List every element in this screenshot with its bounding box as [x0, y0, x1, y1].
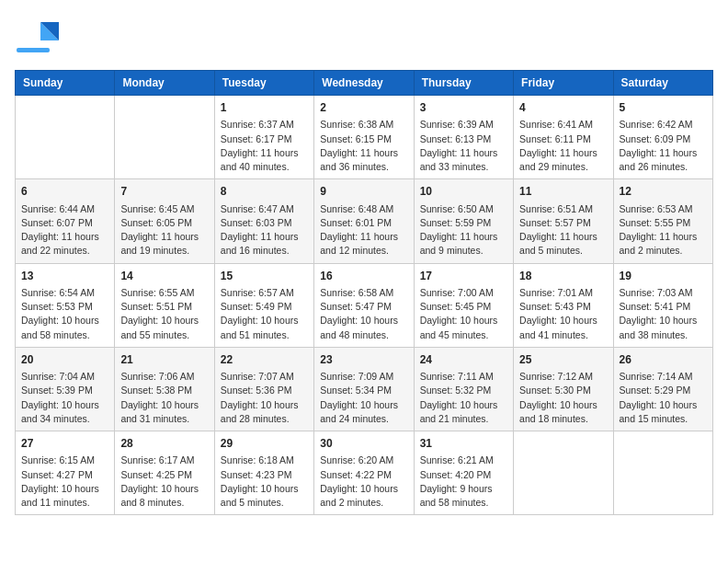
day-info: Sunrise: 6:54 AM Sunset: 5:53 PM Dayligh…: [21, 286, 108, 342]
day-info: Sunrise: 7:06 AM Sunset: 5:38 PM Dayligh…: [120, 370, 208, 426]
day-info: Sunrise: 7:03 AM Sunset: 5:41 PM Dayligh…: [620, 286, 707, 342]
calendar-cell: 30Sunrise: 6:20 AM Sunset: 4:22 PM Dayli…: [314, 431, 414, 515]
day-number: 1: [221, 100, 308, 116]
day-header-saturday: Saturday: [613, 71, 712, 96]
day-number: 21: [120, 352, 208, 368]
page-header: [15, 15, 713, 63]
calendar-cell: 21Sunrise: 7:06 AM Sunset: 5:38 PM Dayli…: [115, 347, 214, 431]
day-info: Sunrise: 7:11 AM Sunset: 5:32 PM Dayligh…: [420, 370, 507, 426]
day-info: Sunrise: 7:01 AM Sunset: 5:43 PM Dayligh…: [519, 286, 607, 342]
week-row-4: 20Sunrise: 7:04 AM Sunset: 5:39 PM Dayli…: [16, 347, 713, 431]
calendar-cell: 5Sunrise: 6:42 AM Sunset: 6:09 PM Daylig…: [613, 96, 712, 179]
calendar-cell: 10Sunrise: 6:50 AM Sunset: 5:59 PM Dayli…: [414, 179, 513, 263]
day-number: 25: [519, 352, 607, 368]
calendar-body: 1Sunrise: 6:37 AM Sunset: 6:17 PM Daylig…: [16, 96, 713, 515]
week-row-3: 13Sunrise: 6:54 AM Sunset: 5:53 PM Dayli…: [16, 263, 713, 347]
day-info: Sunrise: 6:48 AM Sunset: 6:01 PM Dayligh…: [320, 202, 407, 259]
day-info: Sunrise: 6:51 AM Sunset: 5:57 PM Dayligh…: [519, 202, 607, 259]
day-number: 4: [519, 100, 607, 116]
day-info: Sunrise: 6:41 AM Sunset: 6:11 PM Dayligh…: [519, 118, 607, 174]
calendar-cell: 28Sunrise: 6:17 AM Sunset: 4:25 PM Dayli…: [115, 431, 214, 515]
day-header-wednesday: Wednesday: [314, 71, 414, 96]
day-number: 31: [420, 436, 507, 452]
calendar-cell: 22Sunrise: 7:07 AM Sunset: 5:36 PM Dayli…: [214, 347, 313, 431]
day-info: Sunrise: 6:55 AM Sunset: 5:51 PM Dayligh…: [120, 286, 208, 342]
day-info: Sunrise: 6:37 AM Sunset: 6:17 PM Dayligh…: [221, 118, 308, 174]
calendar-cell: [16, 96, 115, 179]
day-number: 7: [120, 184, 208, 200]
day-info: Sunrise: 7:09 AM Sunset: 5:34 PM Dayligh…: [320, 370, 407, 426]
day-info: Sunrise: 6:50 AM Sunset: 5:59 PM Dayligh…: [420, 202, 507, 259]
day-info: Sunrise: 6:15 AM Sunset: 4:27 PM Dayligh…: [21, 454, 108, 510]
calendar-cell: 25Sunrise: 7:12 AM Sunset: 5:30 PM Dayli…: [514, 347, 613, 431]
day-header-sunday: Sunday: [16, 71, 115, 96]
calendar-cell: 29Sunrise: 6:18 AM Sunset: 4:23 PM Dayli…: [214, 431, 313, 515]
calendar-cell: 19Sunrise: 7:03 AM Sunset: 5:41 PM Dayli…: [613, 263, 712, 347]
day-number: 2: [320, 100, 407, 116]
day-header-friday: Friday: [514, 71, 613, 96]
day-info: Sunrise: 6:21 AM Sunset: 4:20 PM Dayligh…: [420, 454, 507, 510]
week-row-2: 6Sunrise: 6:44 AM Sunset: 6:07 PM Daylig…: [16, 179, 713, 263]
day-header-thursday: Thursday: [414, 71, 513, 96]
calendar-table: SundayMondayTuesdayWednesdayThursdayFrid…: [15, 70, 713, 515]
day-number: 24: [420, 352, 507, 368]
calendar-cell: 23Sunrise: 7:09 AM Sunset: 5:34 PM Dayli…: [314, 347, 414, 431]
calendar-cell: 12Sunrise: 6:53 AM Sunset: 5:55 PM Dayli…: [613, 179, 712, 263]
day-number: 14: [120, 269, 208, 284]
day-info: Sunrise: 6:58 AM Sunset: 5:47 PM Dayligh…: [320, 286, 407, 342]
day-info: Sunrise: 6:20 AM Sunset: 4:22 PM Dayligh…: [320, 454, 407, 510]
calendar-cell: 24Sunrise: 7:11 AM Sunset: 5:32 PM Dayli…: [414, 347, 513, 431]
day-info: Sunrise: 6:45 AM Sunset: 6:05 PM Dayligh…: [120, 202, 208, 259]
calendar-cell: [514, 431, 613, 515]
logo: [15, 15, 63, 63]
calendar-cell: 3Sunrise: 6:39 AM Sunset: 6:13 PM Daylig…: [414, 96, 513, 179]
calendar-cell: 8Sunrise: 6:47 AM Sunset: 6:03 PM Daylig…: [214, 179, 313, 263]
calendar-cell: 1Sunrise: 6:37 AM Sunset: 6:17 PM Daylig…: [214, 96, 313, 179]
calendar-cell: 13Sunrise: 6:54 AM Sunset: 5:53 PM Dayli…: [16, 263, 115, 347]
calendar-cell: 4Sunrise: 6:41 AM Sunset: 6:11 PM Daylig…: [514, 96, 613, 179]
day-number: 16: [320, 269, 407, 284]
header-row: SundayMondayTuesdayWednesdayThursdayFrid…: [16, 71, 713, 96]
day-info: Sunrise: 6:57 AM Sunset: 5:49 PM Dayligh…: [221, 286, 308, 342]
day-info: Sunrise: 6:38 AM Sunset: 6:15 PM Dayligh…: [320, 118, 407, 174]
day-number: 22: [221, 352, 308, 368]
day-number: 15: [221, 269, 308, 284]
day-number: 3: [420, 100, 507, 116]
logo-icon: [15, 15, 63, 63]
calendar-cell: 9Sunrise: 6:48 AM Sunset: 6:01 PM Daylig…: [314, 179, 414, 263]
day-info: Sunrise: 6:44 AM Sunset: 6:07 PM Dayligh…: [21, 202, 108, 259]
calendar-cell: 14Sunrise: 6:55 AM Sunset: 5:51 PM Dayli…: [115, 263, 214, 347]
day-info: Sunrise: 6:39 AM Sunset: 6:13 PM Dayligh…: [420, 118, 507, 174]
calendar-cell: 18Sunrise: 7:01 AM Sunset: 5:43 PM Dayli…: [514, 263, 613, 347]
calendar-cell: [115, 96, 214, 179]
day-number: 9: [320, 184, 407, 200]
calendar-cell: 20Sunrise: 7:04 AM Sunset: 5:39 PM Dayli…: [16, 347, 115, 431]
day-info: Sunrise: 6:47 AM Sunset: 6:03 PM Dayligh…: [221, 202, 308, 259]
day-number: 26: [620, 352, 707, 368]
day-number: 17: [420, 269, 507, 284]
calendar-cell: 26Sunrise: 7:14 AM Sunset: 5:29 PM Dayli…: [613, 347, 712, 431]
day-number: 29: [221, 436, 308, 452]
day-number: 5: [620, 100, 707, 116]
calendar-cell: [613, 431, 712, 515]
day-info: Sunrise: 6:17 AM Sunset: 4:25 PM Dayligh…: [120, 454, 208, 510]
calendar-cell: 27Sunrise: 6:15 AM Sunset: 4:27 PM Dayli…: [16, 431, 115, 515]
day-info: Sunrise: 6:53 AM Sunset: 5:55 PM Dayligh…: [620, 202, 707, 259]
day-info: Sunrise: 6:18 AM Sunset: 4:23 PM Dayligh…: [221, 454, 308, 510]
day-number: 30: [320, 436, 407, 452]
day-info: Sunrise: 7:07 AM Sunset: 5:36 PM Dayligh…: [221, 370, 308, 426]
day-info: Sunrise: 7:04 AM Sunset: 5:39 PM Dayligh…: [21, 370, 108, 426]
day-info: Sunrise: 7:12 AM Sunset: 5:30 PM Dayligh…: [519, 370, 607, 426]
day-number: 28: [120, 436, 208, 452]
day-info: Sunrise: 7:00 AM Sunset: 5:45 PM Dayligh…: [420, 286, 507, 342]
calendar-cell: 2Sunrise: 6:38 AM Sunset: 6:15 PM Daylig…: [314, 96, 414, 179]
day-number: 13: [21, 269, 108, 284]
day-header-tuesday: Tuesday: [214, 71, 313, 96]
calendar-header: SundayMondayTuesdayWednesdayThursdayFrid…: [16, 71, 713, 96]
calendar-cell: 11Sunrise: 6:51 AM Sunset: 5:57 PM Dayli…: [514, 179, 613, 263]
day-number: 12: [620, 184, 707, 200]
day-number: 23: [320, 352, 407, 368]
week-row-1: 1Sunrise: 6:37 AM Sunset: 6:17 PM Daylig…: [16, 96, 713, 179]
day-info: Sunrise: 7:14 AM Sunset: 5:29 PM Dayligh…: [620, 370, 707, 426]
day-number: 8: [221, 184, 308, 200]
